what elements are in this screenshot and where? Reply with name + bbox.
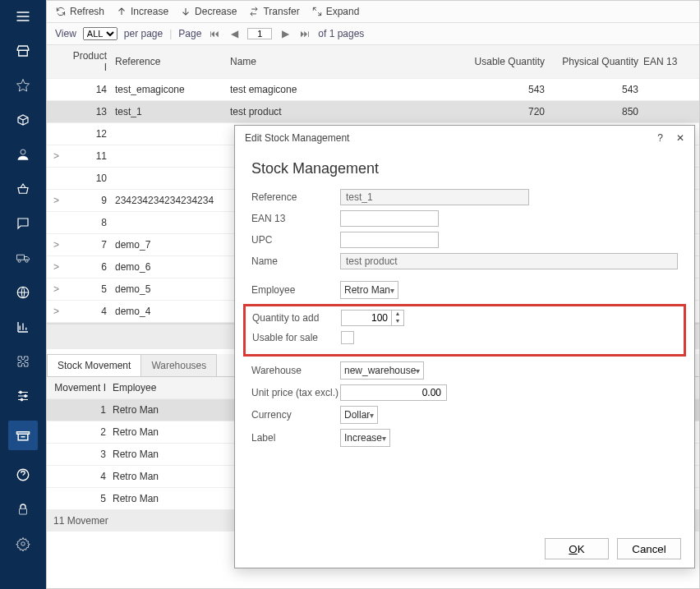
tab-stock-movement[interactable]: Stock Movement: [47, 354, 141, 376]
caret-icon: ▾: [382, 434, 386, 443]
sliders-icon[interactable]: [13, 386, 33, 406]
field-currency[interactable]: Dollar▾: [340, 406, 378, 424]
cell-pid: 14: [70, 84, 115, 95]
svg-point-9: [21, 542, 25, 546]
caret-icon: ▾: [370, 411, 374, 420]
cell-ref: test_emagicone: [115, 84, 230, 95]
star-icon[interactable]: [13, 76, 33, 95]
field-qty[interactable]: ▲▼: [341, 310, 404, 326]
modal-footer: OK Cancel: [235, 530, 694, 568]
cell-movement-id: 1: [53, 404, 113, 416]
label-label: Label: [251, 432, 340, 444]
menu-icon[interactable]: [13, 7, 33, 26]
field-usable[interactable]: [341, 331, 354, 344]
per-page-select[interactable]: ALL: [83, 27, 117, 40]
of-pages-label: of 1 pages: [318, 28, 364, 39]
col-physical-qty[interactable]: Physical Quantity: [553, 56, 643, 67]
archive-icon[interactable]: [8, 421, 38, 450]
ok-button[interactable]: OK: [545, 538, 609, 559]
modal-help-button[interactable]: ?: [657, 132, 663, 144]
user-icon[interactable]: [13, 145, 33, 164]
expand-toggle[interactable]: >: [53, 261, 70, 273]
store-icon[interactable]: [13, 41, 33, 61]
warehouse-value: new_warehouse: [344, 365, 416, 376]
cell-pid: 8: [70, 217, 115, 228]
gear-icon[interactable]: [13, 534, 33, 554]
prev-page-button[interactable]: ◀: [228, 27, 241, 40]
col-name[interactable]: Name: [230, 56, 463, 67]
modal-title: Edit Stock Management: [245, 132, 349, 144]
col-movement-id[interactable]: Movement I: [53, 382, 113, 393]
cell-ref: 234234234234234234: [115, 195, 230, 206]
modal-heading: Stock Management: [251, 160, 678, 177]
modal-close-button[interactable]: ✕: [676, 132, 684, 144]
next-page-button[interactable]: ▶: [279, 27, 292, 40]
truck-icon[interactable]: [13, 248, 33, 268]
field-ean[interactable]: [340, 210, 439, 227]
col-ean[interactable]: EAN 13: [643, 56, 693, 67]
cell-pid: 12: [70, 128, 115, 140]
label-unitprice: Unit price (tax excl.): [251, 387, 340, 398]
cell-movement-id: 4: [53, 471, 113, 482]
col-usable-qty[interactable]: Usable Quantity: [463, 56, 553, 67]
field-warehouse[interactable]: new_warehouse▾: [340, 361, 424, 380]
qty-up[interactable]: ▲: [392, 311, 403, 318]
grid-header: Product I Reference Name Usable Quantity…: [47, 45, 699, 79]
field-employee[interactable]: Retro Man▾: [340, 281, 398, 299]
cell-ref: demo_5: [115, 283, 230, 295]
col-product-id[interactable]: Product I: [70, 50, 115, 73]
cell-ref: demo_4: [115, 306, 230, 317]
employee-value: Retro Man: [344, 284, 390, 296]
cell-name: test emagicone: [230, 84, 463, 95]
refresh-button[interactable]: Refresh: [55, 6, 104, 17]
label-ean: EAN 13: [251, 213, 340, 224]
cell-pq: 543: [553, 84, 643, 95]
increase-button[interactable]: Increase: [116, 6, 168, 17]
cell-pid: 11: [70, 150, 115, 162]
cell-pid: 5: [70, 283, 115, 295]
cell-pid: 10: [70, 173, 115, 184]
refresh-label: Refresh: [70, 6, 104, 17]
cell-ref: test_1: [115, 106, 230, 117]
svg-rect-8: [20, 508, 27, 514]
package-icon[interactable]: [13, 110, 33, 130]
caret-icon: ▾: [390, 286, 394, 295]
expand-toggle[interactable]: >: [53, 283, 70, 295]
tab-warehouses[interactable]: Warehouses: [140, 354, 217, 376]
puzzle-icon[interactable]: [13, 352, 33, 371]
help-icon[interactable]: [13, 465, 33, 485]
expand-toggle[interactable]: >: [53, 195, 70, 206]
cell-movement-id: 5: [53, 493, 113, 504]
first-page-button[interactable]: ⏮: [208, 27, 221, 40]
col-reference[interactable]: Reference: [115, 56, 230, 67]
cell-pq: 850: [553, 106, 643, 117]
expand-toggle[interactable]: >: [53, 150, 70, 162]
expand-toggle[interactable]: >: [53, 239, 70, 251]
field-unitprice[interactable]: [340, 384, 447, 401]
table-row[interactable]: 14test_emagiconetest emagicone543543: [47, 79, 699, 101]
field-upc[interactable]: [340, 232, 439, 248]
cancel-button[interactable]: Cancel: [617, 538, 681, 559]
table-row[interactable]: 13test_1test product720850: [47, 101, 699, 123]
qty-input[interactable]: [342, 311, 391, 325]
decrease-button[interactable]: Decrease: [180, 6, 237, 17]
expand-button[interactable]: Expand: [311, 6, 360, 17]
basket-icon[interactable]: [13, 179, 33, 199]
expand-toggle[interactable]: >: [53, 306, 70, 317]
svg-point-1: [18, 260, 21, 262]
globe-icon[interactable]: [13, 283, 33, 302]
chat-icon[interactable]: [13, 214, 33, 233]
page-input[interactable]: [247, 28, 272, 39]
increase-label: Increase: [131, 6, 168, 17]
toolbar: Refresh Increase Decrease Transfer Expan…: [47, 1, 699, 23]
field-label[interactable]: Increase▾: [340, 429, 390, 447]
cell-pid: 4: [70, 306, 115, 317]
qty-down[interactable]: ▼: [392, 318, 403, 325]
cell-pid: 13: [70, 106, 115, 117]
transfer-button[interactable]: Transfer: [248, 6, 299, 17]
lock-icon[interactable]: [13, 499, 33, 519]
last-page-button[interactable]: ⏭: [298, 27, 311, 40]
chart-icon[interactable]: [13, 317, 33, 337]
cell-uq: 720: [463, 106, 553, 117]
cell-movement-id: 3: [53, 449, 113, 460]
